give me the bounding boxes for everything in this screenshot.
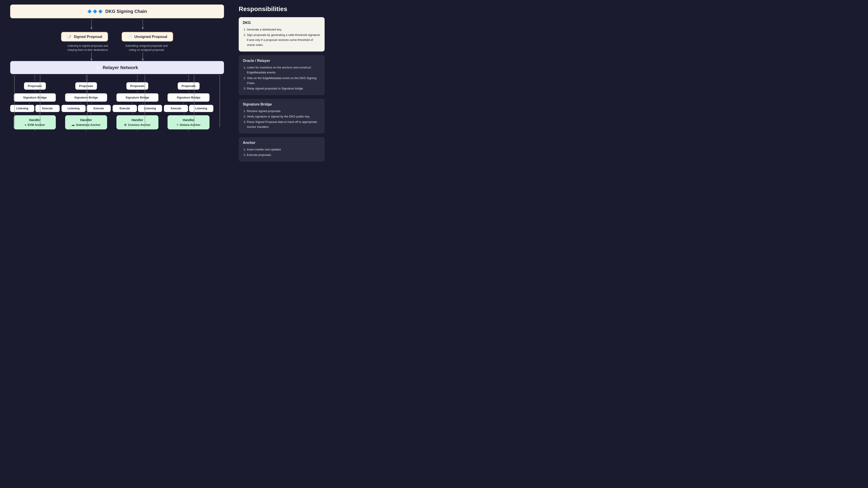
oracle-item-2: Vote on the EdgeMetadata event on the DK… [247, 76, 320, 86]
unsigned-doc-icon: 📄 [127, 35, 132, 39]
signed-proposal-label: Signed Proposal [74, 35, 102, 39]
anchor-item-1: Insert merkle root updates [247, 147, 320, 152]
proposal-boxes-row: 📝 Signed Proposal 📄 Unsigned Proposal [16, 32, 219, 41]
col-substrate-sig-bridge: Signature Bridge [65, 93, 107, 102]
sig-bridge-card: Signature Bridge Receive signed proposal… [239, 99, 324, 133]
oracle-relayer-card-title: Oracle / Relayer [243, 59, 320, 63]
anchor-card: Anchor Insert merkle root updates Execut… [239, 137, 324, 162]
col-evm-proposals: Proposals [24, 82, 46, 90]
anchor-card-title: Anchor [243, 141, 320, 145]
oracle-item-1: Listen for insertions on the anchors and… [247, 65, 320, 75]
col-substrate-handler-chain: ▬ Substrate Anchor [68, 123, 105, 127]
col-solana-sig-bridge: Signature Bridge [167, 93, 210, 102]
anchor-item-2: Execute proposals [247, 153, 320, 158]
evm-anchor-label: EVM Anchor [28, 123, 45, 127]
oracle-item-3: Relay signed proposals to Signature brid… [247, 86, 320, 91]
signed-doc-icon: 📝 [67, 35, 71, 39]
col-substrate-execute: Execute [87, 105, 111, 112]
col-evm-handler-chain: ♦ EVM Anchor [16, 123, 53, 127]
sig-bridge-item-3: Parse Signed Proposal data to hand off t… [247, 120, 320, 129]
col-solana-handler-title: Handler [170, 118, 207, 122]
sig-bridge-card-list: Receive signed proposals Verify signatur… [243, 109, 320, 129]
col-solana-handler: Handler ≡ Solana Anchor [167, 115, 210, 129]
column-cosmos: ↑ ↓ Proposals ↓ Signature Bridge ↓ ↓ Exe… [113, 75, 162, 132]
dkg-card: DKG Generate a distributed key. Sign pro… [239, 17, 324, 52]
dkg-item-1: Generate a distributed key. [247, 27, 320, 32]
signed-proposal-box: 📝 Signed Proposal [61, 32, 108, 41]
columns-outer: ↑ ↓ Proposals ↓ Signature Bridge ↓ ↓ Lis… [10, 75, 224, 132]
col-evm-handler-title: Handler [16, 118, 53, 122]
proposals-to-relayer-arrows [10, 52, 224, 61]
sidebar: Responsibilities DKG Generate a distribu… [234, 0, 329, 185]
col-substrate-handler-title: Handler [68, 118, 105, 122]
proposal-desc-row: Listening to signed proposals and relayi… [16, 44, 219, 52]
col-evm-listening: Listening [10, 105, 34, 112]
proposals-section: 📝 Signed Proposal 📄 Unsigned Proposal Li… [10, 18, 224, 61]
col-cosmos-le-row: Execute Listening [113, 105, 162, 112]
solana-anchor-icon: ≡ [177, 123, 179, 127]
substrate-anchor-icon: ▬ [72, 123, 74, 127]
dkg-chain-box: 🔷 🔷 🔷 DKG Signing Chain [10, 4, 224, 18]
col-substrate-listening: Listening [61, 105, 86, 112]
dkg-to-proposals-arrows [10, 18, 224, 32]
relayer-box: ◎ Relayer Network [10, 61, 224, 74]
dkg-icon-2: 🔷 [93, 9, 97, 13]
col-evm-le-row: Listening Execute [10, 105, 60, 112]
col-cosmos-proposals: Proposals [126, 82, 148, 90]
col-evm-execute: Execute [35, 105, 59, 112]
dkg-icons: 🔷 🔷 🔷 [87, 9, 103, 13]
col-solana-proposals: Proposals [178, 82, 199, 90]
dkg-icon-3: 🔷 [98, 9, 103, 13]
col-solana-listening: Listening [189, 105, 213, 112]
cosmos-anchor-label: Cosmos Anchor [128, 123, 151, 127]
cosmos-anchor-icon: ⊘ [124, 123, 127, 127]
col-solana-execute: Execute [164, 105, 188, 112]
dkg-card-list: Generate a distributed key. Sign proposa… [243, 27, 320, 47]
col-evm-handler: Handler ♦ EVM Anchor [14, 115, 56, 129]
col-cosmos-handler: Handler ⊘ Cosmos Anchor [116, 115, 158, 129]
col-substrate-handler: Handler ▬ Substrate Anchor [65, 115, 107, 129]
relayer-title: Relayer Network [103, 65, 138, 70]
sig-bridge-item-2: Verify signature is signed by the DKG pu… [247, 114, 320, 119]
substrate-anchor-label: Substrate Anchor [76, 123, 101, 127]
anchor-card-list: Insert merkle root updates Execute propo… [243, 147, 320, 158]
dkg-chain-title: DKG Signing Chain [105, 9, 147, 14]
oracle-relayer-card-list: Listen for insertions on the anchors and… [243, 65, 320, 91]
diagram-area: 🔷 🔷 🔷 DKG Signing Chain � [0, 0, 234, 185]
col-cosmos-execute: Execute [113, 105, 137, 112]
sidebar-title: Responsibilities [239, 5, 324, 13]
col-evm-sig-bridge: Signature Bridge [14, 93, 56, 102]
solana-anchor-label: Solana Anchor [180, 123, 200, 127]
oracle-relayer-card: Oracle / Relayer Listen for insertions o… [239, 55, 324, 95]
column-substrate: ↑ ↓ Proposals ↓ Signature Bridge ↓ ↓ Lis… [61, 75, 111, 132]
signed-proposal-desc: Listening to signed proposals and relayi… [65, 44, 110, 52]
col-solana-handler-chain: ≡ Solana Anchor [170, 123, 207, 127]
col-solana-le-row: Execute Listening [164, 105, 213, 112]
evm-anchor-icon: ♦ [25, 123, 26, 127]
column-solana: ↑ ↓ Proposals ↓ Signature Bridge ↓ ↓ Exe… [164, 75, 213, 132]
col-cosmos-sig-bridge: Signature Bridge [116, 93, 158, 102]
col-cosmos-handler-title: Handler [119, 118, 156, 122]
sig-bridge-item-1: Receive signed proposals [247, 109, 320, 113]
unsigned-proposal-label: Unsigned Proposal [134, 35, 167, 39]
col-cosmos-listening: Listening [138, 105, 162, 112]
columns-area: ↑ ↓ Proposals ↓ Signature Bridge ↓ ↓ Lis… [10, 75, 213, 132]
unsigned-proposal-box: 📄 Unsigned Proposal [122, 32, 173, 41]
column-evm: ↑ ↓ Proposals ↓ Signature Bridge ↓ ↓ Lis… [10, 75, 60, 132]
sig-bridge-card-title: Signature Bridge [243, 102, 320, 106]
dkg-card-title: DKG [243, 21, 320, 25]
unsigned-proposal-desc: Submitting unsigned proposals and voting… [124, 44, 169, 52]
dkg-icon-1: 🔷 [87, 9, 92, 13]
col-substrate-le-row: Listening Execute [61, 105, 111, 112]
col-substrate-proposals: Proposals [75, 82, 97, 90]
dkg-item-2: Sign proposals by generating a valid thr… [247, 33, 320, 47]
col-cosmos-handler-chain: ⊘ Cosmos Anchor [119, 123, 156, 127]
relayer-icon: ◎ [96, 65, 100, 70]
